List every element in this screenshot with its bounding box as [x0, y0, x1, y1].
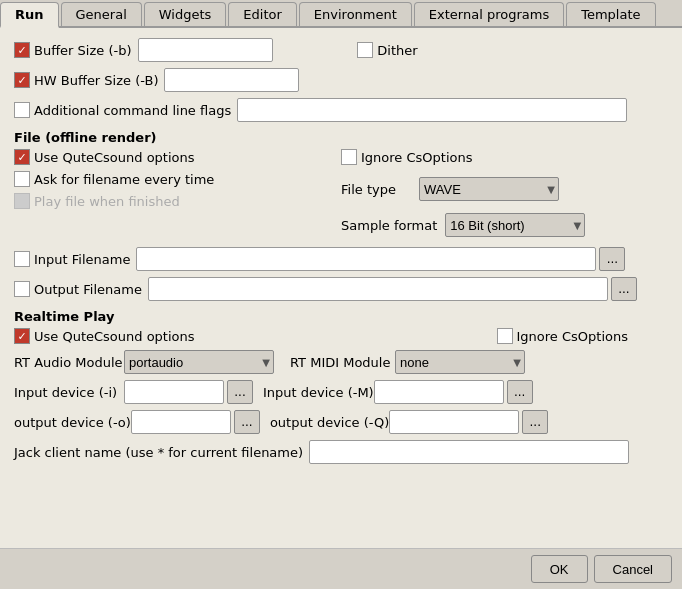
use-qutecs-file-checkbox[interactable] [14, 149, 30, 165]
rt-audio-module-select-wrap: portaudio jack alsa pulse ▼ [124, 350, 274, 374]
output-filename-checkbox[interactable] [14, 281, 30, 297]
sample-format-select-wrap: 16 Bit (short) 8 Bit 24 Bit 32 Bit float… [445, 213, 585, 237]
output-filename-label: Output Filename [34, 282, 142, 297]
input-device-M-input[interactable] [374, 380, 504, 404]
tab-bar: Run General Widgets Editor Environment E… [0, 0, 682, 28]
play-when-finished-row: Play file when finished [14, 193, 341, 209]
file-section-content: Use QuteCsound options Ask for filename … [14, 149, 668, 243]
play-when-finished-checkbox [14, 193, 30, 209]
buffer-size-label: Buffer Size (-b) [34, 43, 132, 58]
buffer-size-input[interactable]: 512 [138, 38, 273, 62]
sample-format-row: Sample format 16 Bit (short) 8 Bit 24 Bi… [341, 213, 668, 237]
output-filename-row: Output Filename test ... [14, 277, 668, 301]
jack-client-input[interactable]: * [309, 440, 629, 464]
jack-client-row: Jack client name (use * for current file… [14, 440, 668, 464]
bottom-bar: OK Cancel [0, 548, 682, 589]
input-filename-label: Input Filename [34, 252, 130, 267]
input-device-i-browse[interactable]: ... [227, 380, 253, 404]
sample-format-label: Sample format [341, 218, 437, 233]
rt-audio-module-label: RT Audio Module [14, 355, 124, 370]
buffer-size-checkbox[interactable] [14, 42, 30, 58]
ignore-cs-file-checkbox[interactable] [341, 149, 357, 165]
hw-buffer-size-label: HW Buffer Size (-B) [34, 73, 158, 88]
output-device-o-label: output device (-o) [14, 415, 131, 430]
output-device-Q-input[interactable] [389, 410, 519, 434]
use-qutecs-rt-checkbox[interactable] [14, 328, 30, 344]
output-device-Q-label: output device (-Q) [270, 415, 389, 430]
input-device-M-browse[interactable]: ... [507, 380, 533, 404]
tab-general[interactable]: General [61, 2, 142, 26]
rt-top-row: Use QuteCsound options Ignore CsOptions [14, 328, 668, 344]
file-section-header: File (offline render) [14, 130, 668, 145]
output-device-o-input[interactable]: dac [131, 410, 231, 434]
output-filename-input[interactable]: test [148, 277, 608, 301]
ok-button[interactable]: OK [531, 555, 588, 583]
rt-midi-module-label: RT MIDI Module [290, 355, 395, 370]
tab-editor[interactable]: Editor [228, 2, 296, 26]
rt-audio-module-select[interactable]: portaudio jack alsa pulse [124, 350, 274, 374]
ignore-cs-file-label: Ignore CsOptions [361, 150, 472, 165]
file-type-select-wrap: WAVE AIFF AU RAW ▼ [419, 177, 559, 201]
output-device-Q-browse[interactable]: ... [522, 410, 548, 434]
additional-flags-checkbox[interactable] [14, 102, 30, 118]
input-filename-row: Input Filename ... [14, 247, 668, 271]
input-filename-checkbox[interactable] [14, 251, 30, 267]
file-type-select[interactable]: WAVE AIFF AU RAW [419, 177, 559, 201]
input-device-i-input[interactable]: adc [124, 380, 224, 404]
input-device-i-label: Input device (-i) [14, 385, 124, 400]
file-left-col: Use QuteCsound options Ask for filename … [14, 149, 341, 243]
tab-run[interactable]: Run [0, 2, 59, 28]
hw-buffer-size-input[interactable]: 2048 [164, 68, 299, 92]
cancel-button[interactable]: Cancel [594, 555, 672, 583]
input-filename-browse[interactable]: ... [599, 247, 625, 271]
input-device-M-label: Input device (-M) [263, 385, 374, 400]
use-qutecs-rt-label: Use QuteCsound options [34, 329, 195, 344]
rt-midi-module-select-wrap: none alsa jack portmidi ▼ [395, 350, 525, 374]
tab-template[interactable]: Template [566, 2, 655, 26]
sample-format-select[interactable]: 16 Bit (short) 8 Bit 24 Bit 32 Bit float [445, 213, 585, 237]
ignore-cs-file-row: Ignore CsOptions [341, 149, 668, 165]
hw-buffer-size-row: HW Buffer Size (-B) 2048 [14, 68, 668, 92]
output-filename-browse[interactable]: ... [611, 277, 637, 301]
additional-flags-row: Additional command line flags [14, 98, 668, 122]
input-filename-input[interactable] [136, 247, 596, 271]
buffer-size-row: Buffer Size (-b) 512 Dither [14, 38, 668, 62]
file-right-col: Ignore CsOptions File type WAVE AIFF AU … [341, 149, 668, 243]
realtime-section-header: Realtime Play [14, 309, 668, 324]
main-window: Run General Widgets Editor Environment E… [0, 0, 682, 589]
jack-client-label: Jack client name (use * for current file… [14, 445, 303, 460]
play-when-finished-label: Play file when finished [34, 194, 180, 209]
additional-flags-label: Additional command line flags [34, 103, 231, 118]
ask-filename-checkbox[interactable] [14, 171, 30, 187]
ignore-cs-rt-label: Ignore CsOptions [517, 329, 628, 344]
output-devices-row: output device (-o) dac ... output device… [14, 410, 668, 434]
ask-filename-label: Ask for filename every time [34, 172, 214, 187]
tab-widgets[interactable]: Widgets [144, 2, 227, 26]
use-qutecs-file-row: Use QuteCsound options [14, 149, 341, 165]
input-devices-row: Input device (-i) adc ... Input device (… [14, 380, 668, 404]
output-device-o-browse[interactable]: ... [234, 410, 260, 434]
use-qutecs-file-label: Use QuteCsound options [34, 150, 195, 165]
rt-midi-module-select[interactable]: none alsa jack portmidi [395, 350, 525, 374]
additional-flags-input[interactable] [237, 98, 627, 122]
file-type-row: File type WAVE AIFF AU RAW ▼ [341, 177, 668, 201]
tab-external-programs[interactable]: External programs [414, 2, 564, 26]
hw-buffer-size-checkbox[interactable] [14, 72, 30, 88]
rt-modules-row: RT Audio Module portaudio jack alsa puls… [14, 350, 668, 374]
main-content: Buffer Size (-b) 512 Dither HW Buffer Si… [0, 28, 682, 548]
tab-environment[interactable]: Environment [299, 2, 412, 26]
ask-filename-row: Ask for filename every time [14, 171, 341, 187]
dither-label: Dither [377, 43, 417, 58]
file-type-label: File type [341, 182, 411, 197]
ignore-cs-rt-checkbox[interactable] [497, 328, 513, 344]
dither-checkbox[interactable] [357, 42, 373, 58]
